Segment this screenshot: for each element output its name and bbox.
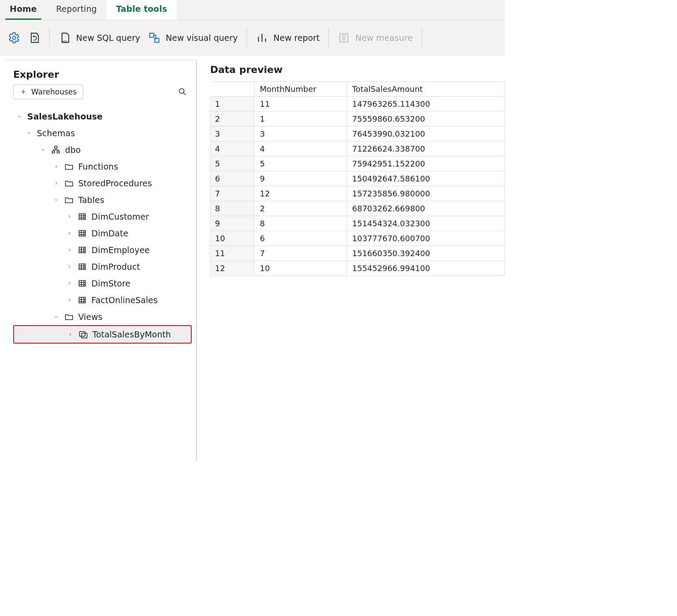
refresh-icon <box>28 32 40 44</box>
data-preview-title: Data preview <box>210 64 505 75</box>
tree-schemas[interactable]: Schemas <box>13 125 192 141</box>
table-row[interactable]: 1210155452966.994100 <box>211 261 505 276</box>
tree-tables[interactable]: Tables <box>13 192 192 208</box>
table-row[interactable]: 111147963265.114300 <box>211 97 505 112</box>
tab-strip: Home Reporting Table tools <box>0 0 505 20</box>
new-measure-label: New measure <box>355 33 412 43</box>
tab-reporting[interactable]: Reporting <box>47 0 106 20</box>
table-row[interactable]: 2175559860.653200 <box>211 112 505 127</box>
row-number-cell: 12 <box>211 261 255 276</box>
tree-label: dbo <box>65 145 81 155</box>
cell-totalsalesamount: 103777670.600700 <box>347 231 505 246</box>
row-number-cell: 4 <box>211 141 255 156</box>
cell-totalsalesamount: 71226624.338700 <box>347 141 505 156</box>
cell-monthnumber: 4 <box>255 141 347 156</box>
svg-rect-10 <box>79 231 86 236</box>
chevron-right-icon <box>53 163 60 170</box>
cell-totalsalesamount: 151454324.032300 <box>347 216 505 231</box>
data-preview-table: MonthNumber TotalSalesAmount 11114796326… <box>210 81 505 276</box>
svg-rect-7 <box>52 151 55 153</box>
table-icon <box>77 295 87 305</box>
chevron-right-icon <box>66 230 73 237</box>
tree-table-item[interactable]: DimCustomer <box>13 208 192 225</box>
separator <box>49 28 50 47</box>
svg-rect-3 <box>155 38 159 42</box>
svg-point-0 <box>13 36 16 39</box>
table-row[interactable]: 69150492647.586100 <box>211 171 505 186</box>
cell-monthnumber: 3 <box>255 127 347 141</box>
tree-stored-procedures[interactable]: StoredProcedures <box>13 175 192 192</box>
explorer-panel: Explorer Warehouses SalesLakehouse <box>4 60 197 461</box>
tree-table-item[interactable]: FactOnlineSales <box>13 292 192 308</box>
svg-rect-14 <box>79 297 86 303</box>
tree-dbo[interactable]: dbo <box>13 141 192 158</box>
table-row[interactable]: 117151660350.392400 <box>211 246 505 261</box>
tree-view-item[interactable]: TotalSalesByMonth <box>13 325 192 344</box>
refresh-button[interactable] <box>28 32 40 44</box>
cell-totalsalesamount: 147963265.114300 <box>347 97 505 112</box>
tree-label: FactOnlineSales <box>91 295 158 305</box>
new-report-button[interactable]: New report <box>256 32 320 44</box>
folder-icon <box>64 178 74 188</box>
tree-table-item[interactable]: DimProduct <box>13 258 192 275</box>
search-button[interactable] <box>178 87 187 97</box>
tree-label: Schemas <box>37 128 75 138</box>
tree-table-item[interactable]: DimDate <box>13 225 192 242</box>
tree-label: SalesLakehouse <box>27 112 102 121</box>
chevron-right-icon <box>66 263 73 270</box>
table-row[interactable]: 4471226624.338700 <box>211 141 505 156</box>
tree-label: DimStore <box>91 279 131 288</box>
tree-label: StoredProcedures <box>78 178 152 188</box>
tab-table-tools[interactable]: Table tools <box>106 0 177 20</box>
chevron-right-icon <box>66 297 73 304</box>
schema-icon <box>51 145 61 155</box>
chevron-right-icon <box>67 331 74 338</box>
tree-label: TotalSalesByMonth <box>92 330 171 339</box>
row-number-cell: 3 <box>211 127 255 141</box>
table-icon <box>77 212 87 221</box>
chevron-right-icon <box>66 280 73 287</box>
tree-lakehouse[interactable]: SalesLakehouse <box>13 108 192 125</box>
table-icon <box>77 228 87 238</box>
cell-totalsalesamount: 157235856.980000 <box>347 186 505 201</box>
table-row[interactable]: 712157235856.980000 <box>211 186 505 201</box>
cell-totalsalesamount: 151660350.392400 <box>347 246 505 261</box>
table-row[interactable]: 3376453990.032100 <box>211 127 505 141</box>
cell-totalsalesamount: 76453990.032100 <box>347 127 505 141</box>
row-number-cell: 6 <box>211 171 255 186</box>
chevron-right-icon <box>66 213 73 220</box>
settings-button[interactable] <box>8 32 20 44</box>
svg-rect-15 <box>80 332 85 337</box>
tab-home[interactable]: Home <box>0 0 47 20</box>
add-warehouses-button[interactable]: Warehouses <box>13 84 83 99</box>
chevron-down-icon <box>53 313 60 320</box>
new-sql-query-button[interactable]: SQL New SQL query <box>58 32 140 44</box>
table-row[interactable]: 8268703262.669800 <box>211 201 505 216</box>
tree-views[interactable]: Views <box>13 308 192 325</box>
column-header[interactable]: MonthNumber <box>255 82 347 97</box>
ribbon: SQL New SQL query New visual query New r… <box>0 20 505 55</box>
table-row[interactable]: 98151454324.032300 <box>211 216 505 231</box>
new-visual-query-button[interactable]: New visual query <box>148 32 238 44</box>
cell-monthnumber: 9 <box>255 171 347 186</box>
tree-table-item[interactable]: DimEmployee <box>13 242 192 258</box>
table-row[interactable]: 5575942951.152200 <box>211 156 505 171</box>
cell-monthnumber: 5 <box>255 156 347 171</box>
row-number-cell: 2 <box>211 112 255 127</box>
cell-totalsalesamount: 75559860.653200 <box>347 112 505 127</box>
table-icon <box>77 262 87 272</box>
table-icon <box>77 279 87 288</box>
cell-monthnumber: 2 <box>255 201 347 216</box>
tree-label: Tables <box>78 195 104 205</box>
row-number-cell: 1 <box>211 97 255 112</box>
column-header[interactable]: TotalSalesAmount <box>347 82 505 97</box>
warehouses-label: Warehouses <box>31 87 76 96</box>
row-number-header[interactable] <box>211 82 255 97</box>
table-row[interactable]: 106103777670.600700 <box>211 231 505 246</box>
data-preview-panel: Data preview MonthNumber TotalSalesAmoun… <box>197 55 505 461</box>
tree-table-item[interactable]: DimStore <box>13 275 192 292</box>
tree-functions[interactable]: Functions <box>13 158 192 175</box>
row-number-cell: 11 <box>211 246 255 261</box>
row-number-cell: 5 <box>211 156 255 171</box>
row-number-cell: 8 <box>211 201 255 216</box>
